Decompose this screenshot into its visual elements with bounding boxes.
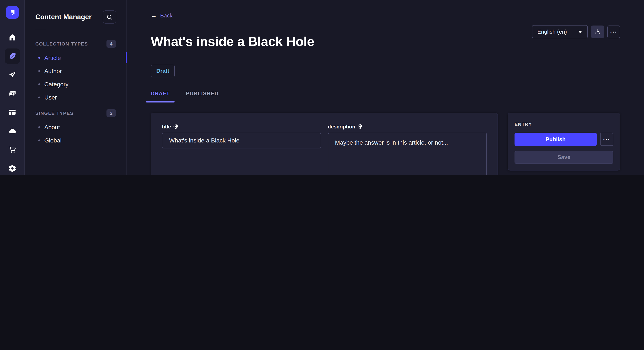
- strapi-app: KD Content Manager COLLECTION TYPES 4 Ar…: [0, 0, 644, 175]
- bullet-icon: [38, 70, 40, 72]
- media-library-icon[interactable]: [4, 86, 20, 101]
- version-tabs: DRAFT PUBLISHED: [146, 90, 620, 102]
- tab-draft[interactable]: DRAFT: [146, 90, 174, 102]
- ellipsis-icon: ···: [610, 29, 618, 34]
- sidebar-item-label: Article: [44, 54, 61, 61]
- cloud-icon[interactable]: [4, 123, 20, 139]
- save-button[interactable]: Save: [514, 151, 613, 164]
- collection-types-count-badge: 4: [106, 40, 116, 48]
- sidebar-item-label: User: [44, 94, 57, 101]
- bullet-icon: [38, 139, 40, 141]
- search-icon: [106, 14, 113, 20]
- export-button[interactable]: [591, 25, 604, 38]
- description-textarea[interactable]: Maybe the answer is in this article, or …: [328, 133, 487, 175]
- right-sidebar: ENTRY Publish ··· Save RELEASES Will be …: [508, 113, 620, 175]
- content-type-builder-icon[interactable]: [4, 105, 20, 120]
- sidebar-item-label: Category: [44, 81, 68, 87]
- globe-icon: [173, 124, 179, 129]
- sidebar-item-user[interactable]: User: [25, 91, 126, 104]
- content-manager-icon[interactable]: [4, 48, 20, 64]
- field-title: title: [162, 124, 321, 175]
- sidebar-item-label: Global: [44, 137, 62, 144]
- edit-form-card: title description: [151, 113, 498, 175]
- locale-select[interactable]: English (en): [532, 25, 588, 38]
- main-content: ← Back What's inside a Black Hole Englis…: [127, 0, 644, 175]
- globe-icon: [357, 124, 363, 129]
- rail-nav: [4, 30, 20, 175]
- field-description: description Maybe the answer is in this …: [328, 124, 487, 175]
- collection-types-list: Article Author Category User: [25, 51, 126, 104]
- title-input[interactable]: [162, 133, 321, 148]
- divider: [35, 30, 46, 30]
- sidebar-item-label: Author: [44, 67, 62, 74]
- sidebar-item-about[interactable]: About: [25, 120, 126, 134]
- bullet-icon: [38, 57, 40, 58]
- icon-rail: KD: [0, 0, 25, 175]
- description-field-label: description: [328, 124, 355, 130]
- header-more-button[interactable]: ···: [607, 25, 620, 38]
- status-badge: Draft: [151, 64, 175, 77]
- single-types-list: About Global: [25, 120, 126, 147]
- section-label-collection-types: COLLECTION TYPES: [35, 41, 88, 46]
- strapi-logo-icon[interactable]: [6, 6, 18, 19]
- sidebar-item-article[interactable]: Article: [25, 51, 126, 64]
- subnav-title: Content Manager: [35, 13, 92, 21]
- sidebar-item-author[interactable]: Author: [25, 64, 126, 77]
- bullet-icon: [38, 96, 40, 98]
- entry-panel: ENTRY Publish ··· Save: [508, 113, 620, 170]
- sidebar-item-label: About: [44, 124, 60, 130]
- tab-published[interactable]: PUBLISHED: [181, 90, 223, 102]
- back-link[interactable]: Back: [160, 12, 172, 18]
- subnav: Content Manager COLLECTION TYPES 4 Artic…: [25, 0, 127, 175]
- releases-icon[interactable]: [4, 67, 20, 82]
- section-label-single-types: SINGLE TYPES: [35, 111, 74, 116]
- sidebar-item-global[interactable]: Global: [25, 134, 126, 147]
- entry-more-button[interactable]: ···: [600, 133, 613, 146]
- marketplace-icon[interactable]: [4, 142, 20, 157]
- ellipsis-icon: ···: [603, 137, 610, 141]
- page-title: What's inside a Black Hole: [151, 35, 314, 48]
- chevron-down-icon: [578, 30, 582, 33]
- publish-button[interactable]: Publish: [514, 133, 597, 146]
- bullet-icon: [38, 126, 40, 128]
- locale-value: English (en): [537, 28, 567, 35]
- single-types-count-badge: 2: [106, 109, 116, 117]
- settings-icon[interactable]: [4, 161, 20, 175]
- title-field-label: title: [162, 124, 171, 130]
- search-button[interactable]: [103, 10, 116, 24]
- back-arrow-icon: ←: [151, 12, 157, 19]
- sidebar-item-category[interactable]: Category: [25, 77, 126, 91]
- bullet-icon: [38, 83, 40, 85]
- download-icon: [594, 28, 601, 35]
- home-icon[interactable]: [4, 30, 20, 45]
- entry-heading: ENTRY: [514, 121, 613, 127]
